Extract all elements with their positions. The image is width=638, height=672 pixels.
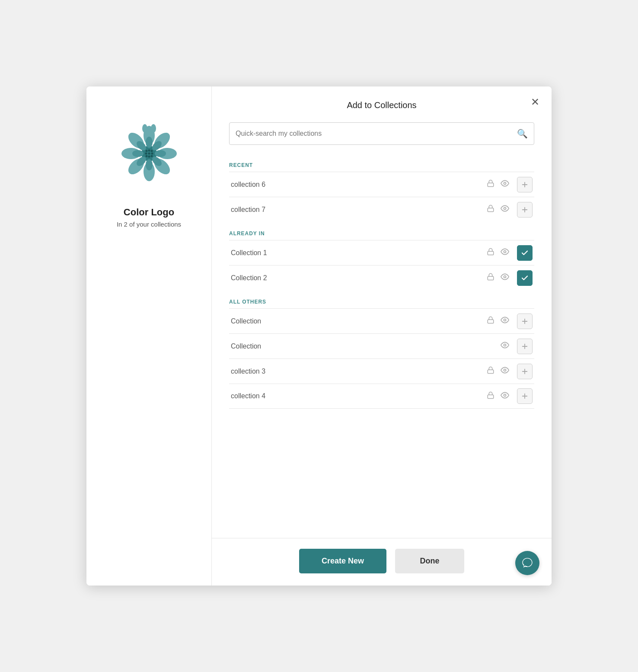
collections-list: RECENTcollection 6collection 7ALREADY IN… [212,154,552,538]
search-icon: 🔍 [517,128,528,139]
eye-icon[interactable] [501,316,509,326]
eye-icon[interactable] [501,179,509,190]
svg-point-18 [146,137,153,148]
svg-point-37 [504,251,506,253]
lock-icon [487,248,494,258]
collection-item: collection 3 [229,358,534,384]
svg-point-6 [151,153,153,155]
section-label-recent: RECENT [229,162,534,168]
svg-point-8 [148,156,150,158]
svg-point-2 [148,150,150,152]
lock-icon [487,273,494,283]
lock-icon [487,316,494,326]
collection-item: Collection [229,308,534,333]
search-bar[interactable]: 🔍 [229,122,534,145]
add-to-collection-button[interactable] [517,388,533,404]
svg-rect-47 [488,370,494,373]
svg-point-7 [145,155,147,157]
section-label-already_in: ALREADY IN [229,230,534,237]
svg-point-48 [504,369,506,371]
svg-point-29 [504,182,506,185]
svg-point-20 [155,150,166,157]
svg-point-52 [504,394,506,396]
lock-icon [487,179,494,189]
svg-rect-28 [488,183,494,186]
done-button[interactable]: Done [395,549,464,573]
logo-title: Color Logo [124,207,174,218]
modal: Color Logo In 2 of your collections Add … [86,86,552,586]
right-footer: Create New Done [212,538,552,586]
svg-point-22 [146,159,153,170]
svg-point-9 [150,155,153,157]
collection-item: Collection [229,333,534,358]
svg-point-4 [145,153,147,155]
collection-item: collection 7 [229,197,534,222]
svg-point-33 [504,208,506,210]
collection-name: Collection [231,317,487,325]
svg-point-24 [132,150,144,157]
collection-item: Collection 1 [229,240,534,265]
svg-point-1 [145,150,147,152]
remove-from-collection-button[interactable] [517,245,533,261]
svg-rect-40 [488,320,494,323]
eye-icon[interactable] [501,341,509,352]
svg-point-26 [142,124,147,133]
right-header: Add to Collections ✕ [212,86,552,122]
svg-point-5 [148,153,150,155]
add-to-collection-button[interactable] [517,314,533,329]
eye-icon[interactable] [501,391,509,402]
svg-rect-36 [488,251,494,255]
collection-name: Collection [231,342,501,350]
add-to-collection-button[interactable] [517,339,533,354]
svg-point-44 [504,344,506,346]
search-input[interactable] [236,130,517,138]
svg-point-27 [151,124,156,133]
svg-point-3 [150,150,153,152]
right-panel: Add to Collections ✕ 🔍 RECENTcollection … [212,86,552,586]
collection-name: collection 3 [231,368,487,375]
collection-item: collection 6 [229,172,534,197]
collection-name: Collection 2 [231,274,487,282]
collection-item: collection 4 [229,384,534,409]
modal-title: Add to Collections [229,100,534,110]
eye-icon[interactable] [501,247,509,258]
eye-icon[interactable] [501,204,509,215]
svg-point-39 [504,276,506,278]
svg-rect-38 [488,276,494,280]
add-to-collection-button[interactable] [517,364,533,379]
eye-icon[interactable] [501,366,509,377]
add-to-collection-button[interactable] [517,202,533,218]
svg-point-41 [504,319,506,321]
logo-subtitle: In 2 of your collections [117,221,181,228]
collection-name: collection 6 [231,181,487,189]
collection-item: Collection 2 [229,265,534,290]
lock-icon [487,391,494,401]
eye-icon[interactable] [501,272,509,283]
add-to-collection-button[interactable] [517,177,533,192]
left-panel: Color Logo In 2 of your collections [86,86,212,586]
lock-icon [487,205,494,214]
collection-name: Collection 1 [231,249,487,257]
create-new-button[interactable]: Create New [299,549,386,573]
chat-bubble-button[interactable] [515,551,539,575]
close-button[interactable]: ✕ [531,97,539,107]
svg-rect-32 [488,208,494,211]
section-label-all_others: ALL OTHERS [229,299,534,305]
collection-name: collection 7 [231,206,487,214]
collection-name: collection 4 [231,392,487,400]
svg-rect-51 [488,395,494,398]
lock-icon [487,366,494,376]
logo-image [108,112,190,195]
remove-from-collection-button[interactable] [517,270,533,286]
